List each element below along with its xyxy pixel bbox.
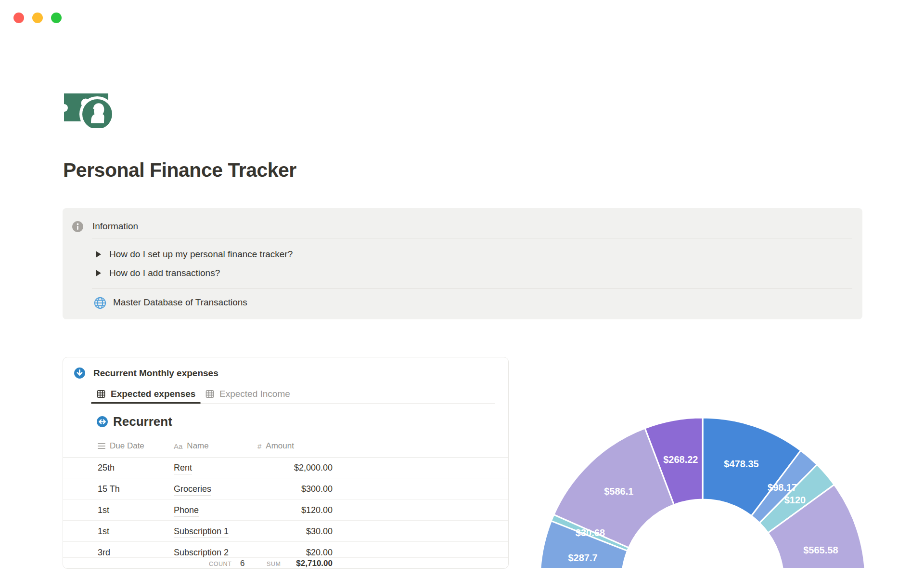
information-callout: Information How do I set up my personal … [63, 208, 862, 319]
donut-slice-label: $98.17 [768, 482, 797, 493]
table-icon [205, 389, 215, 399]
globe-icon [93, 296, 107, 310]
table-icon [96, 389, 106, 399]
table-row[interactable]: 1st Subscription 1 $30.00 [63, 521, 508, 542]
column-header-name[interactable]: Aa Name [174, 441, 209, 451]
table-header: Due Date Aa Name # Amount [63, 436, 508, 457]
table-footer: COUNT 6 SUM $2,710.00 [63, 557, 508, 569]
number-property-icon: # [257, 442, 261, 450]
zoom-button[interactable] [51, 13, 62, 23]
database-title[interactable]: Recurrent [113, 414, 172, 429]
view-tabs: Expected expenses Expected Income [63, 386, 508, 404]
row-title-link[interactable]: Groceries [174, 484, 211, 496]
count-value[interactable]: 6 [240, 559, 244, 568]
card-title: Recurrent Monthly expenses [93, 368, 218, 379]
row-title-link[interactable]: Subscription 1 [174, 526, 229, 538]
money-icon[interactable] [64, 90, 116, 128]
toggle-setup-question[interactable]: How do I set up my personal finance trac… [94, 248, 293, 261]
table-row[interactable]: 25th Rent $2,000.00 [63, 457, 508, 478]
sum-value[interactable]: $2,710.00 [257, 559, 333, 568]
close-button[interactable] [13, 13, 24, 23]
master-database-link[interactable]: Master Database of Transactions [93, 296, 247, 310]
select-property-icon [98, 442, 105, 450]
page-title[interactable]: Personal Finance Tracker [63, 159, 296, 182]
donut-slice-label: $120 [784, 495, 806, 505]
donut-slice-label: $30.68 [576, 527, 605, 538]
info-icon [72, 221, 84, 233]
toggle-add-transactions-question[interactable]: How do I add transactions? [94, 266, 220, 280]
row-title-link[interactable]: Phone [174, 505, 199, 517]
donut-slice-label: $268.22 [663, 454, 698, 465]
table-row[interactable]: 1st Phone $120.00 [63, 499, 508, 521]
minimize-button[interactable] [32, 13, 43, 23]
donut-slice-label: $565.58 [803, 545, 838, 555]
window-controls [13, 13, 62, 23]
toggle-arrow-icon[interactable] [96, 270, 101, 276]
active-tab-underline [91, 402, 201, 404]
row-title-link[interactable]: Subscription 2 [174, 548, 229, 557]
expenses-donut-chart: $478.35$98.17$120$565.58$268.22$586.1$30… [529, 410, 873, 568]
donut-slice-label: $586.1 [604, 486, 633, 497]
title-property-icon: Aa [174, 442, 182, 450]
row-title-link[interactable]: Rent [174, 463, 192, 474]
column-header-amount[interactable]: # Amount [257, 441, 294, 451]
column-header-due-date[interactable]: Due Date [98, 441, 144, 451]
linked-database-icon [96, 416, 108, 428]
callout-divider [92, 288, 852, 289]
tab-expected-income[interactable]: Expected Income [205, 389, 290, 399]
recurrent-expenses-card: Recurrent Monthly expenses Expected expe… [63, 357, 509, 569]
count-label[interactable]: COUNT [209, 561, 231, 567]
tab-expected-expenses[interactable]: Expected expenses [96, 389, 195, 399]
donut-slice-label: $478.35 [724, 459, 758, 469]
callout-title: Information [92, 221, 138, 232]
callout-divider [92, 238, 852, 238]
arrow-down-circle-icon [74, 367, 86, 379]
toggle-arrow-icon[interactable] [96, 251, 101, 258]
donut-slice-label: $287.7 [568, 552, 597, 563]
table-row[interactable]: 15 Th Groceries $300.00 [63, 478, 508, 499]
link-label[interactable]: Master Database of Transactions [113, 297, 247, 309]
table-row[interactable]: 3rd Subscription 2 $20.00 [63, 542, 508, 557]
